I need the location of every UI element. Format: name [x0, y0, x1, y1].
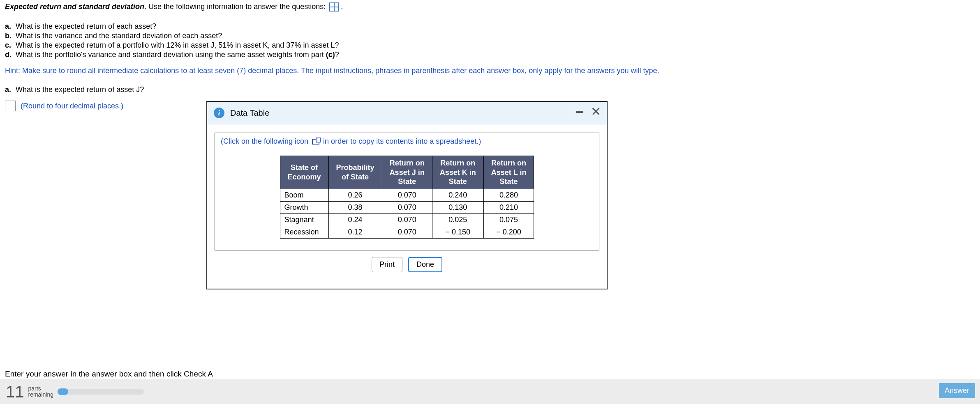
table-row: Boom 0.26 0.070 0.240 0.280: [280, 189, 534, 201]
close-icon[interactable]: ✕: [591, 108, 601, 116]
copy-instruction: (Click on the following icon in order to…: [221, 137, 593, 146]
table-row: Stagnant 0.24 0.070 0.025 0.075: [280, 213, 534, 226]
question-c: c.What is the expected return of a portf…: [5, 41, 975, 50]
question-list: a.What is the expected return of each as…: [5, 22, 975, 59]
col-j: Return onAsset J inState: [382, 156, 432, 189]
table-row: Growth 0.38 0.070 0.130 0.210: [280, 201, 534, 213]
data-table: State ofEconomy Probabilityof State Retu…: [280, 156, 534, 239]
done-button[interactable]: Done: [408, 257, 442, 272]
remaining-label: remaining: [28, 392, 53, 398]
table-row: Recession 0.12 0.070 − 0.150 − 0.200: [280, 226, 534, 238]
parts-count: 11: [6, 383, 24, 400]
answer-button[interactable]: Answer: [939, 383, 975, 398]
page-title: Expected return and standard deviation. …: [5, 2, 975, 11]
title-rest: . Use the following information to answe…: [144, 2, 328, 11]
bottom-bar: 11 parts remaining: [0, 379, 980, 404]
modal-header: i Data Table ✕: [207, 102, 607, 124]
col-prob: Probabilityof State: [328, 156, 382, 189]
progress-fill: [58, 388, 68, 395]
question-b: b.What is the variance and the standard …: [5, 32, 975, 40]
separator: [5, 81, 975, 81]
info-icon: i: [214, 108, 224, 118]
modal-title: Data Table: [230, 108, 269, 118]
print-button[interactable]: Print: [372, 257, 402, 272]
current-question: a.What is the expected return of asset J…: [5, 85, 975, 94]
round-note: (Round to four decimal places.): [21, 102, 123, 110]
minimize-icon[interactable]: [576, 111, 583, 113]
data-table-modal: i Data Table ✕ (Click on the following i…: [206, 101, 608, 289]
progress-bar: [58, 389, 144, 395]
title-bold: Expected return and standard deviation: [5, 2, 144, 11]
bottom-instruction: Enter your answer in the answer box and …: [0, 367, 218, 381]
col-state: State ofEconomy: [280, 156, 328, 189]
answer-input[interactable]: [5, 101, 16, 111]
question-a: a.What is the expected return of each as…: [5, 22, 975, 31]
copy-icon[interactable]: [312, 139, 319, 145]
col-l: Return onAsset L inState: [483, 156, 534, 189]
title-period: .: [341, 2, 343, 11]
spreadsheet-icon[interactable]: [329, 2, 339, 11]
hint-text: Hint: Make sure to round all intermediat…: [5, 67, 975, 75]
question-d: d.What is the portfolio's variance and s…: [5, 50, 975, 59]
parts-label: parts: [28, 386, 53, 392]
col-k: Return onAsset K inState: [432, 156, 483, 189]
